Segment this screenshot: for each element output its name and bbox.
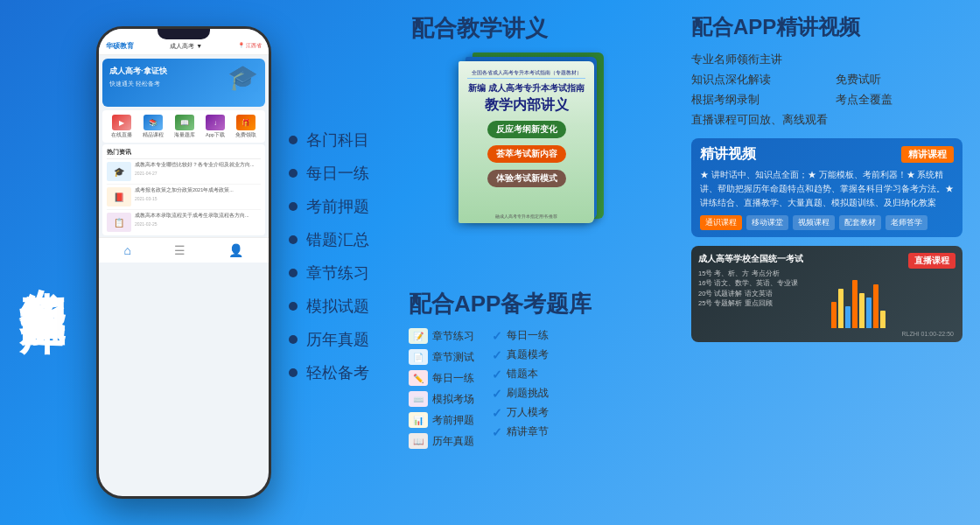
bar-8 [880, 311, 886, 328]
feature-item-4: 错题汇总 [289, 229, 369, 250]
feature-item-1: 各门科目 [289, 130, 369, 150]
feature-item-2: 每日一练 [289, 163, 369, 184]
news-thumb-2: 📕 [107, 187, 131, 206]
feature-label-1: 各门科目 [306, 130, 369, 150]
check-icon-5: ✓ [492, 406, 502, 420]
check-label-4: 刷题挑战 [507, 386, 549, 401]
check-label-5: 万人模考 [507, 405, 549, 420]
phone-icon-free: 🎁 免费领取 [235, 115, 256, 138]
news-item-1: 🎓 成教高本专业哪些比较好？各专业介绍及就业方向... 2021-04-27 [107, 162, 261, 185]
feature-dot-6 [289, 302, 298, 311]
feature-dot-8 [289, 368, 298, 377]
tag-1: 通识课程 [700, 215, 742, 230]
check-label-6: 精讲章节 [507, 424, 549, 439]
feature-list: 各门科目 每日一练 考前押题 错题汇总 章节练习 模拟试题 历年真题 轻松备考 [289, 130, 369, 396]
course-icon: 📚 [144, 115, 163, 130]
news-content-1: 成教高本专业哪些比较好？各专业介绍及就业方向... 2021-04-27 [135, 162, 255, 181]
feature-label-7: 历年真题 [306, 329, 369, 350]
title-text: 在线智能题库 [18, 252, 68, 273]
news-item-3: 📋 成教高本本录取流程关于成考生录取流程各方向... 2021-02-25 [107, 213, 261, 232]
badge-3: 体验考试新模式 [487, 170, 566, 187]
chart-bars [831, 280, 951, 328]
check-icon-3: ✓ [492, 368, 502, 382]
feature-dot-5 [289, 269, 298, 277]
applib-label-2: 章节测试 [432, 350, 474, 365]
check-label-2: 真题模考 [507, 347, 549, 362]
phone-screen: 华硕教育 成人高考 ▼ 📍 江西省 成人高考·拿证快 快速通关 轻松备考 🎓 ▶… [99, 29, 269, 496]
video-card-text: ★ 讲时话中、知识点全面；★ 万能模板、考前利器！★ 系统精讲、帮助把握历年命题… [700, 168, 954, 210]
news-text-3: 成教高本本录取流程关于成考生录取流程各方向... [135, 213, 249, 220]
phone-icons-row: ▶ 在线直播 📚 精品课程 📖 海量题库 ↓ App下载 🎁 免费领取 [102, 110, 265, 143]
tag-5: 老师答学 [886, 215, 928, 230]
feature-label-3: 考前押题 [306, 196, 369, 217]
applib-item-2: 📄 章节测试 [409, 349, 474, 365]
phone-banner: 成人高考·拿证快 快速通关 轻松备考 🎓 [102, 59, 265, 107]
book-front: 全国各省成人高考专升本考试指南（专题教材） 新编 成人高考专升本考试指南 教学内… [458, 61, 594, 223]
applib-item-5: 📊 考前押题 [409, 412, 474, 428]
download-label: App下载 [206, 132, 225, 138]
check-icon-2: ✓ [492, 348, 502, 362]
news-item-2: 📕 成考报名政策之加分政策2021年成考政策... 2021-03-15 [107, 187, 261, 210]
right-feature-1: 专业名师领衔主讲 [691, 52, 962, 67]
live-chart [827, 269, 956, 332]
badge-2: 荟萃考试新内容 [487, 145, 566, 163]
live-schedule-text-4: 25号 专题解析 重点回顾 [698, 298, 818, 308]
textbook-section-title: 配合教学讲义 [411, 13, 656, 44]
live-card: 成人高等学校全国统一考试 15号 考、析、方 考点分析 16号 语文、数学、英语… [691, 246, 962, 342]
feature-label-8: 轻松备考 [306, 362, 369, 383]
news-thumb-3: 📋 [107, 213, 131, 232]
applib-item-6: 📖 历年真题 [409, 433, 474, 449]
check-icon-4: ✓ [492, 387, 502, 401]
bar-7 [873, 284, 878, 328]
applib-label-4: 模拟考场 [432, 392, 474, 407]
feature-label-6: 模拟试题 [306, 296, 369, 317]
check-icon-6: ✓ [492, 425, 502, 439]
check-item-3: ✓ 错题本 [492, 367, 549, 382]
phone-frame: 华硕教育 成人高考 ▼ 📍 江西省 成人高考·拿证快 快速通关 轻松备考 🎓 ▶… [96, 26, 271, 499]
news-date-3: 2021-02-25 [135, 221, 249, 227]
feature-label-2: 每日一练 [306, 163, 369, 184]
mock-exam-icon: ⌨️ [409, 391, 428, 407]
broadcast-label: 在线直播 [111, 132, 132, 138]
applib-left: 📝 章节练习 📄 章节测试 ✏️ 每日一练 ⌨️ 模拟考场 📊 考前押题 📖 [409, 328, 474, 449]
right-feature-left-3: 根据考纲录制 [691, 92, 818, 108]
news-date-2: 2021-03-15 [135, 196, 234, 201]
right-feature-text-4: 直播课程可回放、离线观看 [691, 112, 962, 128]
feature-dot-7 [289, 335, 298, 344]
phone-nav: 成人高考 ▼ [170, 42, 202, 51]
feature-item-3: 考前押题 [289, 196, 369, 217]
check-item-2: ✓ 真题模考 [492, 347, 549, 362]
phone-icon-library: 📖 海量题库 [174, 115, 195, 138]
right-features: 专业名师领衔主讲 知识点深化解读 免费试听 根据考纲录制 考点全覆盖 直播课程可… [691, 52, 962, 128]
check-item-1: ✓ 每日一练 [492, 328, 549, 343]
book-front-subtitle: 教学内部讲义 [467, 96, 585, 115]
right-feature-left-2: 知识点深化解读 [691, 72, 818, 88]
phone-logo: 华硕教育 [106, 41, 134, 51]
applib-item-1: 📝 章节练习 [409, 328, 474, 344]
video-card-tags: 通识课程 移动课堂 视频课程 配套教材 老师答学 [700, 215, 954, 230]
feature-item-5: 章节练习 [289, 262, 369, 284]
book-front-title: 新编 成人高考专升本考试指南 [467, 82, 585, 94]
video-card-header: 精讲视频 精讲课程 [700, 145, 954, 164]
phone-news: 热门资讯 🎓 成教高本专业哪些比较好？各专业介绍及就业方向... 2021-04… [102, 144, 265, 235]
live-card-body: 15号 考、析、方 考点分析 16号 语文、数学、英语、专业课 20号 试题讲解… [698, 269, 956, 332]
home-icon: ⌂ [124, 243, 131, 257]
book-header-text: 全国各省成人高考专升本考试指南（专题教材） [467, 70, 585, 79]
applib-label-5: 考前押题 [432, 413, 474, 428]
download-icon: ↓ [206, 115, 225, 130]
bar-5 [859, 293, 864, 328]
phone-icon-download: ↓ App下载 [206, 115, 225, 138]
check-item-4: ✓ 刷题挑战 [492, 386, 549, 401]
bar-4 [852, 280, 858, 328]
phone-icon-course: 📚 精品课程 [143, 115, 164, 138]
phone-notch [158, 29, 210, 39]
textbook-section: 配合教学讲义 全国各省成人高考专升本考试指南（专题教材） 新编 成人高考专升本考… [411, 13, 656, 228]
phone-bottom-nav: ⌂ ☰ 👤 [99, 237, 269, 262]
book-footer: 融成人高考专升本指定用书·推荐 [463, 214, 590, 219]
feature-item-6: 模拟试题 [289, 296, 369, 317]
bar-1 [831, 302, 836, 328]
phone-news-title: 热门资讯 [107, 148, 261, 159]
feature-dot-3 [289, 202, 298, 211]
bar-3 [845, 306, 850, 328]
live-schedule-text-3: 20号 试题讲解 语文英语 [698, 289, 818, 298]
